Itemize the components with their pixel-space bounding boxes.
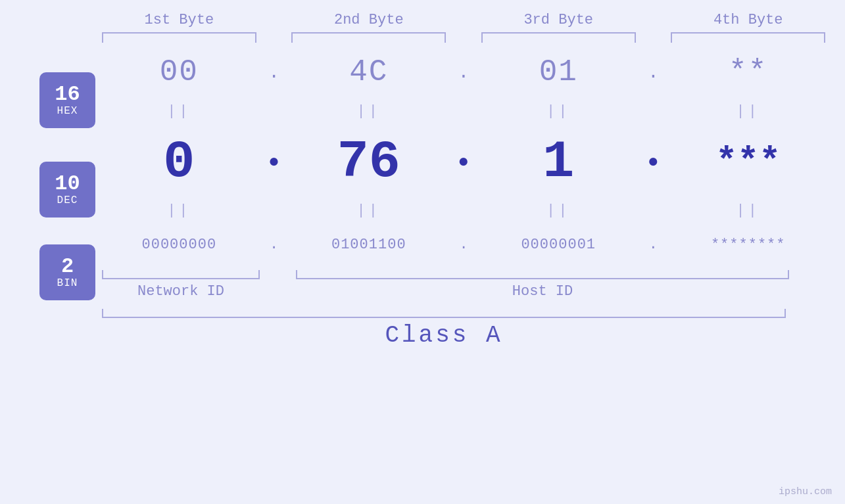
class-label: Class A — [102, 322, 786, 349]
main-layout: 1st Byte 2nd Byte 3rd Byte 4th Byte 16 H… — [0, 0, 845, 349]
id-labels-row: Network ID Host ID — [102, 283, 825, 300]
host-bracket — [296, 270, 789, 279]
bottom-bracket-row — [102, 270, 825, 279]
hex-byte4: ** — [671, 55, 825, 89]
hex-byte2: 4C — [291, 55, 446, 89]
dec-byte1: 0 — [102, 132, 256, 192]
hex-byte3: 01 — [481, 55, 636, 89]
bin-byte3: 00000001 — [481, 237, 636, 253]
byte1-header: 1st Byte — [102, 12, 256, 28]
dec-byte2: 76 — [291, 132, 446, 192]
hex-values-row: 00 . 4C . 01 . ** — [102, 55, 825, 89]
dec-values-row: 0 ● 76 ● 1 ● *** — [102, 132, 825, 192]
bracket-byte2 — [291, 32, 446, 43]
byte4-header: 4th Byte — [671, 12, 825, 28]
byte2-header: 2nd Byte — [291, 12, 446, 28]
host-id-label: Host ID — [296, 283, 789, 300]
network-id-label: Network ID — [102, 283, 260, 300]
bracket-byte4 — [671, 32, 825, 43]
bracket-byte1 — [102, 32, 256, 43]
dec-dot-1: ● — [256, 152, 292, 172]
dot-sep-3: . — [636, 62, 671, 83]
bin-byte2: 01001100 — [291, 237, 446, 253]
dec-dot-2: ● — [446, 152, 481, 172]
dot-sep-1: . — [256, 62, 292, 83]
bin-values-row: 00000000 . 01001100 . 00000001 . *******… — [102, 237, 825, 253]
hex-byte1: 00 — [102, 55, 256, 89]
dec-dot-3: ● — [636, 152, 671, 172]
watermark: ipshu.com — [779, 486, 832, 497]
bin-dot-1: . — [256, 237, 292, 253]
equals-row-1: || || || || — [102, 103, 825, 120]
class-bracket — [102, 309, 786, 318]
network-bracket — [102, 270, 260, 279]
byte3-header: 3rd Byte — [481, 12, 636, 28]
bin-dot-2: . — [446, 237, 481, 253]
bin-byte4: ******** — [671, 237, 825, 253]
bin-row: 2 BIN 00000000 . 01001100 . 00000001 . — [0, 221, 845, 267]
dec-row: 10 DEC 0 ● 76 ● 1 ● *** — [0, 122, 845, 201]
dot-sep-2: . — [446, 62, 481, 83]
equals-row-2: || || || || — [102, 202, 825, 219]
hex-row: 16 HEX 00 . 4C . 01 . ** — [0, 43, 845, 102]
bin-byte1: 00000000 — [102, 237, 256, 253]
bin-dot-3: . — [636, 237, 671, 253]
bracket-byte3 — [481, 32, 636, 43]
top-brackets — [102, 32, 825, 43]
dec-byte3: 1 — [481, 132, 636, 192]
dec-byte4: *** — [671, 141, 825, 183]
